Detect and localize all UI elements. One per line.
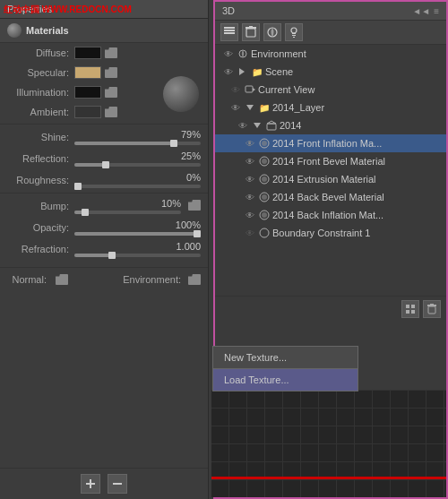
bump-folder-btn[interactable] bbox=[185, 200, 201, 212]
opacity-label: Opacity: bbox=[7, 222, 74, 233]
2014-eye-icon[interactable]: 👁 bbox=[237, 119, 249, 132]
extrusion-eye-icon[interactable]: 👁 bbox=[244, 173, 256, 185]
boundary-eye-icon[interactable]: 👁 bbox=[244, 227, 256, 239]
scene-tree-icon bbox=[237, 65, 249, 78]
tree-item-scene[interactable]: 👁 📁 Scene bbox=[215, 63, 446, 81]
refraction-thumb[interactable] bbox=[108, 252, 116, 259]
load-texture-menu-item[interactable]: Load Texture... bbox=[213, 369, 358, 391]
bump-row: Bump: 10% bbox=[0, 195, 208, 217]
svg-rect-4 bbox=[224, 30, 235, 31]
bump-label: Bump: bbox=[7, 201, 74, 211]
tree-item-back-bevel[interactable]: 👁 2014 Back Bevel Material bbox=[215, 188, 446, 206]
roughness-track[interactable] bbox=[74, 185, 201, 188]
tree-item-2014[interactable]: 👁 2014 bbox=[215, 116, 446, 134]
svg-point-22 bbox=[262, 159, 267, 164]
svg-marker-18 bbox=[267, 121, 276, 124]
reflection-track[interactable] bbox=[74, 163, 201, 167]
svg-rect-5 bbox=[224, 32, 235, 34]
front-inflation-eye-icon[interactable]: 👁 bbox=[244, 137, 256, 150]
collapse-icon[interactable]: ◄◄ bbox=[412, 6, 430, 16]
delete-scene-item-button[interactable] bbox=[423, 300, 441, 318]
tree-item-back-inflation[interactable]: 👁 2014 Back Inflation Mat... bbox=[215, 206, 446, 224]
2014-arrow-icon bbox=[251, 119, 263, 132]
menu-icon[interactable]: ≡ bbox=[434, 6, 439, 16]
current-view-eye-icon[interactable]: 👁 bbox=[229, 83, 242, 96]
diffuse-folder-icon[interactable] bbox=[105, 47, 117, 58]
svg-point-29 bbox=[260, 228, 269, 237]
back-inflation-label: 2014 Back Inflation Mat... bbox=[272, 210, 443, 220]
move-scene-button[interactable] bbox=[401, 300, 419, 318]
opacity-slider-container: 100% bbox=[74, 219, 201, 236]
front-inflation-label: 2014 Front Inflation Ma... bbox=[272, 138, 443, 149]
bump-thumb[interactable] bbox=[82, 209, 89, 216]
tree-item-environment[interactable]: 👁 Environment bbox=[215, 45, 446, 63]
2014-obj-icon bbox=[265, 119, 278, 132]
tree-item-boundary[interactable]: 👁 Boundary Constraint 1 bbox=[215, 224, 446, 242]
3d-toolbar bbox=[215, 21, 446, 45]
shine-track[interactable] bbox=[74, 142, 201, 145]
illumination-folder-icon[interactable] bbox=[105, 87, 117, 98]
shine-thumb[interactable] bbox=[170, 140, 177, 147]
2014-label: 2014 bbox=[280, 120, 443, 131]
svg-rect-30 bbox=[406, 305, 409, 308]
shine-slider-container: 79% bbox=[74, 129, 201, 145]
specular-swatch[interactable] bbox=[74, 66, 101, 79]
viewport-red-line bbox=[211, 477, 446, 479]
diffuse-swatch[interactable] bbox=[74, 47, 101, 59]
scene-tree: 👁 Environment 👁 📁 Scene 👁 Current View bbox=[215, 45, 446, 296]
roughness-row: Roughness: 0% bbox=[0, 169, 208, 191]
refraction-track[interactable] bbox=[74, 254, 201, 257]
specular-folder-icon[interactable] bbox=[105, 67, 117, 78]
environment-eye-icon[interactable]: 👁 bbox=[222, 47, 235, 60]
svg-rect-8 bbox=[249, 26, 253, 28]
panel-bottom-toolbar bbox=[0, 468, 208, 499]
roughness-thumb[interactable] bbox=[74, 183, 82, 190]
scene-eye-icon[interactable]: 👁 bbox=[222, 65, 235, 78]
reflection-fill bbox=[74, 163, 106, 167]
tree-item-front-inflation[interactable]: 👁 2014 Front Inflation Ma... bbox=[215, 134, 446, 152]
extrusion-label: 2014 Extrusion Material bbox=[272, 174, 443, 185]
back-bevel-eye-icon[interactable]: 👁 bbox=[244, 191, 256, 203]
environment-group: Environment: bbox=[123, 274, 201, 285]
bump-track[interactable] bbox=[74, 211, 181, 214]
light-button[interactable] bbox=[285, 23, 303, 41]
refraction-row: Refraction: 1.000 bbox=[0, 238, 208, 260]
delete-scene-button[interactable] bbox=[242, 23, 260, 41]
tree-item-front-bevel[interactable]: 👁 2014 Front Bevel Material bbox=[215, 152, 446, 170]
tree-item-extrusion[interactable]: 👁 2014 Extrusion Material bbox=[215, 170, 446, 188]
reflection-thumb[interactable] bbox=[102, 161, 109, 168]
environment-label: Environment bbox=[251, 48, 443, 59]
new-texture-menu-item[interactable]: New Texture... bbox=[213, 347, 358, 368]
tree-item-current-view[interactable]: 👁 Current View bbox=[215, 81, 446, 99]
environment-folder-icon[interactable] bbox=[188, 274, 201, 285]
svg-rect-33 bbox=[411, 310, 415, 314]
scene-button[interactable] bbox=[220, 23, 238, 41]
diffuse-row: Diffuse: bbox=[0, 43, 208, 63]
svg-rect-13 bbox=[293, 37, 295, 38]
refraction-slider-container: 1.000 bbox=[74, 241, 201, 257]
svg-point-28 bbox=[262, 212, 267, 218]
normal-folder-icon[interactable] bbox=[56, 274, 68, 285]
roughness-slider-container: 0% bbox=[74, 172, 201, 188]
svg-rect-11 bbox=[292, 33, 296, 34]
ambient-folder-icon[interactable] bbox=[105, 107, 117, 117]
delete-material-button[interactable] bbox=[108, 474, 127, 494]
current-view-icon bbox=[244, 83, 256, 96]
layer-eye-icon[interactable]: 👁 bbox=[229, 101, 242, 114]
svg-marker-16 bbox=[253, 88, 255, 91]
add-material-button[interactable] bbox=[81, 474, 100, 494]
layer-arrow-icon bbox=[244, 101, 256, 114]
environment-button[interactable] bbox=[263, 23, 281, 41]
opacity-track[interactable] bbox=[74, 232, 201, 236]
ambient-swatch[interactable] bbox=[74, 106, 101, 118]
normal-group: Normal: bbox=[7, 274, 68, 285]
environment-label: Environment: bbox=[123, 274, 181, 285]
shine-label: Shine: bbox=[7, 132, 74, 142]
front-inflation-mat-icon bbox=[258, 137, 271, 150]
tree-item-2014-layer[interactable]: 👁 📁 2014_Layer bbox=[215, 99, 446, 116]
opacity-thumb[interactable] bbox=[194, 230, 201, 237]
illumination-label: Illumination: bbox=[7, 87, 74, 98]
illumination-swatch[interactable] bbox=[74, 86, 101, 99]
front-bevel-eye-icon[interactable]: 👁 bbox=[244, 155, 256, 168]
back-inflation-eye-icon[interactable]: 👁 bbox=[244, 209, 256, 221]
